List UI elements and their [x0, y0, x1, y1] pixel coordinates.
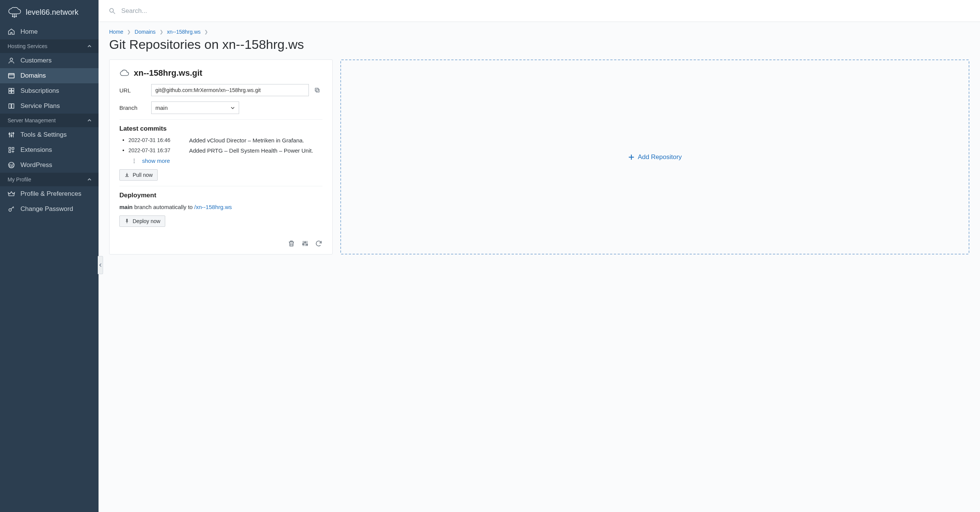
- chevron-right-icon: ❯: [127, 29, 131, 35]
- svg-point-31: [134, 160, 135, 161]
- svg-rect-19: [9, 147, 11, 149]
- branch-value: main: [155, 105, 168, 111]
- svg-point-32: [134, 162, 135, 163]
- svg-point-33: [127, 219, 128, 220]
- chevron-up-icon: [87, 44, 92, 49]
- repo-card: xn--158hrg.ws.git URL Branch: [109, 59, 333, 255]
- main: Home ❯ Domains ❯ xn--158hrg.ws ❯ Git Rep…: [99, 0, 980, 512]
- commit-date: 2022-07-31 16:37: [129, 147, 189, 154]
- settings-sliders-icon[interactable]: [301, 240, 309, 247]
- brand-text: level66.network: [26, 8, 78, 17]
- sidebar-collapse-handle[interactable]: [98, 256, 103, 274]
- key-icon: [8, 205, 15, 213]
- button-label: Deploy now: [133, 218, 160, 224]
- svg-rect-11: [9, 91, 11, 94]
- deploy-icon: [124, 219, 130, 224]
- add-repository-card[interactable]: Add Repository: [340, 59, 969, 255]
- plus-icon: [628, 154, 635, 160]
- chevron-up-icon: [87, 177, 92, 182]
- commits-heading: Latest commits: [119, 125, 323, 133]
- grid-icon: [8, 87, 15, 95]
- nav-label: Customers: [21, 57, 51, 64]
- brand-logo[interactable]: level66.network: [0, 0, 99, 24]
- deploy-text: main branch automatically to /xn--158hrg…: [119, 204, 323, 210]
- nav-home[interactable]: Home: [0, 24, 99, 40]
- divider: [119, 119, 323, 120]
- nav-extensions[interactable]: Extensions: [0, 143, 99, 157]
- chevron-right-icon: ❯: [204, 29, 208, 35]
- breadcrumb-home[interactable]: Home: [109, 29, 123, 35]
- branch-row: Branch main: [119, 101, 323, 114]
- nav-customers[interactable]: Customers: [0, 53, 99, 68]
- nav-domains[interactable]: Domains: [0, 68, 99, 83]
- nav-subscriptions[interactable]: Subscriptions: [0, 83, 99, 98]
- button-label: Pull now: [133, 172, 153, 178]
- nav-label: Subscriptions: [21, 87, 59, 95]
- nav-tools[interactable]: Tools & Settings: [0, 127, 99, 143]
- page-title: Git Repositories on xn--158hrg.ws: [109, 37, 969, 52]
- svg-rect-9: [9, 88, 11, 90]
- nav-label: WordPress: [21, 161, 52, 169]
- svg-point-4: [14, 17, 15, 17]
- svg-point-25: [9, 209, 11, 211]
- section-label: My Profile: [8, 176, 31, 182]
- svg-rect-12: [12, 91, 14, 94]
- nav-label: Change Password: [21, 205, 73, 213]
- svg-point-26: [110, 8, 113, 12]
- sidebar: level66.network Home Hosting Services Cu…: [0, 0, 99, 512]
- svg-line-27: [113, 12, 115, 14]
- commit-row: 2022-07-31 16:46 Added vCloud Director –…: [129, 137, 323, 144]
- sliders-icon: [8, 131, 15, 139]
- refresh-icon[interactable]: [315, 240, 323, 247]
- commit-date: 2022-07-31 16:46: [129, 137, 189, 143]
- nav-service-plans[interactable]: Service Plans: [0, 98, 99, 114]
- window-icon: [8, 72, 15, 79]
- copy-icon: [314, 87, 320, 93]
- repo-header: xn--158hrg.ws.git: [119, 68, 323, 78]
- crown-icon: [8, 190, 15, 198]
- add-repo-label: Add Repository: [638, 154, 682, 161]
- search-input[interactable]: [121, 7, 273, 15]
- commit-message: Added vCloud Director – Metriken in Graf…: [189, 137, 323, 144]
- svg-rect-21: [9, 151, 11, 153]
- download-icon: [124, 172, 130, 178]
- cloud-network-icon: [8, 5, 21, 19]
- section-profile[interactable]: My Profile: [0, 173, 99, 186]
- nav-label: Domains: [21, 72, 46, 79]
- copy-button[interactable]: [312, 85, 323, 95]
- svg-rect-29: [315, 88, 318, 91]
- home-icon: [8, 28, 15, 36]
- card-footer: [119, 238, 323, 247]
- deploy-heading: Deployment: [119, 192, 323, 199]
- section-label: Server Management: [8, 117, 56, 124]
- deploy-now-button[interactable]: Deploy now: [119, 216, 165, 227]
- show-more-row: show more: [132, 157, 323, 164]
- svg-rect-20: [12, 147, 14, 149]
- pull-now-button[interactable]: Pull now: [119, 169, 158, 181]
- nav-change-password[interactable]: Change Password: [0, 201, 99, 217]
- section-server[interactable]: Server Management: [0, 114, 99, 127]
- content: Home ❯ Domains ❯ xn--158hrg.ws ❯ Git Rep…: [99, 22, 980, 512]
- nav-wordpress[interactable]: WordPress: [0, 157, 99, 173]
- more-vertical-icon: [132, 158, 137, 163]
- breadcrumb: Home ❯ Domains ❯ xn--158hrg.ws ❯: [109, 29, 969, 35]
- repo-name: xn--158hrg.ws.git: [134, 68, 202, 78]
- branch-select[interactable]: main: [151, 101, 239, 114]
- deploy-path-link[interactable]: /xn--158hrg.ws: [194, 204, 232, 210]
- chevron-up-icon: [87, 118, 92, 123]
- nav-label: Home: [21, 28, 38, 36]
- nav-profile-prefs[interactable]: Profile & Preferences: [0, 186, 99, 201]
- section-hosting[interactable]: Hosting Services: [0, 40, 99, 53]
- url-row: URL: [119, 84, 323, 96]
- breadcrumb-domain[interactable]: xn--158hrg.ws: [167, 29, 201, 35]
- user-icon: [8, 57, 15, 64]
- svg-point-30: [134, 159, 135, 159]
- chevron-right-icon: ❯: [159, 29, 163, 35]
- svg-point-3: [12, 16, 13, 17]
- breadcrumb-domains[interactable]: Domains: [135, 29, 155, 35]
- trash-icon[interactable]: [288, 240, 295, 247]
- book-icon: [8, 102, 15, 110]
- deploy-branch: main: [119, 204, 133, 210]
- show-more-link[interactable]: show more: [142, 157, 170, 164]
- url-input[interactable]: [151, 84, 309, 96]
